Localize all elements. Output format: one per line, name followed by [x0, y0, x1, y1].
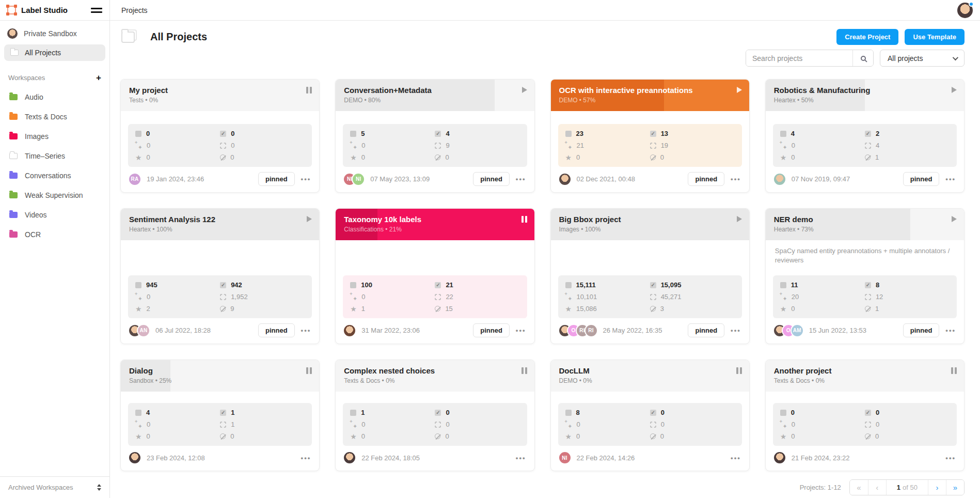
archived-workspaces[interactable]: Archived Workspaces — [0, 476, 109, 498]
stat-annotations: 1,952 — [220, 293, 305, 301]
account-avatar[interactable] — [957, 3, 973, 18]
more-options-button[interactable]: ••• — [300, 326, 312, 334]
stat-value: 1 — [875, 305, 879, 313]
stat-value: 0 — [147, 293, 150, 301]
project-card[interactable]: Big Bbox project Images • 100% 15,111 ✓1… — [550, 208, 750, 344]
workspace-list: Audio Texts & Docs Images Time–Series Co… — [0, 87, 109, 244]
first-page-button[interactable]: « — [850, 480, 868, 495]
project-card[interactable]: Another project Texts & Docs • 0% 0 ✓0 0… — [765, 360, 965, 471]
project-card-body: 5 ✓4 0 9 ★0 0 — [336, 111, 534, 167]
more-options-button[interactable]: ••• — [300, 175, 312, 183]
private-sandbox-label: Private Sandbox — [24, 29, 77, 38]
filter-select[interactable]: All projects — [880, 50, 965, 67]
search-button[interactable] — [852, 50, 873, 66]
project-card-footer: 07 Nov 2019, 09:47 pinned ••• — [766, 167, 964, 192]
hamburger-menu-icon[interactable] — [91, 6, 102, 15]
member-avatars: ORIRI — [558, 324, 598, 337]
stat-value: 0 — [230, 432, 234, 440]
project-subtitle: Texts & Docs • 0% — [774, 377, 956, 384]
more-options-button[interactable]: ••• — [730, 454, 742, 462]
project-card[interactable]: My project Tests • 0% 0 ✓0 0 0 ★0 0 RA 1… — [120, 79, 320, 193]
more-options-button[interactable]: ••• — [515, 175, 527, 183]
pinned-badge[interactable]: pinned — [473, 323, 510, 337]
pinned-badge[interactable]: pinned — [258, 323, 295, 337]
folder-icon — [9, 192, 18, 198]
sidebar-workspace-item[interactable]: Images — [0, 127, 109, 146]
stat-value: 21 — [446, 281, 453, 289]
pinned-badge[interactable]: pinned — [258, 172, 295, 186]
more-options-button[interactable]: ••• — [944, 454, 957, 462]
stat-annotations: 4 — [865, 142, 950, 149]
project-card-header: My project Tests • 0% — [121, 80, 319, 111]
stat-value: 0 — [791, 153, 795, 161]
sidebar-workspace-item[interactable]: OCR — [0, 225, 109, 244]
avatar: RI — [584, 324, 598, 337]
stat-starred: ★0 — [350, 153, 435, 161]
sidebar-workspace-item[interactable]: Texts & Docs — [0, 107, 109, 127]
project-subtitle: Classifications • 21% — [344, 226, 526, 233]
project-card[interactable]: Robotics & Manufacturing Heartex • 50% 4… — [765, 79, 965, 193]
stat-skipped: 0 — [650, 153, 735, 161]
stat-value: 21 — [577, 142, 584, 149]
more-options-button[interactable]: ••• — [515, 326, 527, 334]
search-box — [746, 50, 874, 67]
sidebar-workspace-item[interactable]: Weak Supervision — [0, 185, 109, 205]
project-card-header: Dialog Sandbox • 25% — [121, 360, 319, 392]
stat-value: 0 — [361, 153, 365, 161]
stat-annotations: 0 — [435, 421, 519, 428]
search-input[interactable] — [746, 50, 852, 66]
more-options-button[interactable]: ••• — [944, 326, 957, 334]
create-project-button[interactable]: Create Project — [836, 29, 898, 45]
use-template-button[interactable]: Use Template — [905, 29, 965, 45]
pinned-badge[interactable]: pinned — [473, 172, 510, 186]
star-icon: ★ — [350, 433, 357, 440]
more-options-button[interactable]: ••• — [515, 454, 527, 462]
avatar: RA — [128, 173, 141, 186]
stat-skipped: 0 — [435, 432, 519, 440]
play-icon — [737, 216, 742, 222]
star-icon: ★ — [565, 306, 572, 312]
last-page-button[interactable]: » — [946, 480, 964, 495]
next-page-button[interactable]: › — [928, 480, 946, 495]
pinned-badge[interactable]: pinned — [688, 323, 724, 337]
pause-icon — [306, 367, 312, 374]
sidebar-item-all-projects[interactable]: All Projects — [4, 44, 105, 61]
pause-icon — [951, 367, 957, 374]
check-icon: ✓ — [220, 131, 226, 137]
more-options-button[interactable]: ••• — [300, 454, 312, 462]
sidebar-workspace-item[interactable]: Audio — [0, 87, 109, 107]
project-card[interactable]: Conversation+Metadata DEMO • 80% 5 ✓4 0 … — [335, 79, 534, 193]
sidebar-workspace-item[interactable]: Videos — [0, 205, 109, 225]
sparkles-icon — [565, 142, 572, 149]
sidebar-item-private-sandbox[interactable]: Private Sandbox — [0, 24, 109, 43]
folder-icon — [9, 114, 18, 120]
project-card[interactable]: DocLLM DEMO • 0% 8 ✓0 0 0 ★0 0 NI 22 Feb… — [550, 360, 750, 471]
pinned-badge[interactable]: pinned — [903, 172, 940, 186]
stat-value: 0 — [792, 421, 795, 428]
project-subtitle: DEMO • 0% — [559, 377, 741, 384]
project-card[interactable]: OCR with interactive preannotations DEMO… — [550, 79, 750, 193]
project-card[interactable]: Taxonomy 10k labels Classifications • 21… — [335, 208, 534, 344]
project-card[interactable]: NER demo Heartex • 73% SpaCy named entit… — [765, 208, 965, 344]
tasks-icon — [780, 282, 786, 288]
play-icon — [952, 216, 957, 222]
check-icon: ✓ — [435, 410, 441, 416]
pinned-badge[interactable]: pinned — [903, 323, 940, 337]
frame-corners-icon — [220, 294, 226, 300]
project-card[interactable]: Complex nested choices Texts & Docs • 0%… — [335, 360, 534, 471]
sidebar-workspace-item[interactable]: Time–Series — [0, 146, 109, 166]
sidebar-workspace-item[interactable]: Conversations — [0, 166, 109, 185]
project-card[interactable]: Dialog Sandbox • 25% 4 ✓1 0 1 ★0 0 23 Fe… — [120, 360, 320, 471]
project-card[interactable]: Sentiment Analysis 122 Heartex • 100% 94… — [120, 208, 320, 344]
project-title: Dialog — [129, 366, 311, 375]
expand-collapse-icon[interactable] — [97, 484, 101, 491]
more-options-button[interactable]: ••• — [730, 175, 742, 183]
prev-page-button[interactable]: ‹ — [868, 480, 886, 495]
more-options-button[interactable]: ••• — [730, 326, 742, 334]
archived-workspaces-label: Archived Workspaces — [8, 484, 97, 491]
more-options-button[interactable]: ••• — [944, 175, 957, 183]
pinned-badge[interactable]: pinned — [688, 172, 724, 186]
stat-starred: ★0 — [780, 305, 865, 313]
add-workspace-button[interactable]: + — [96, 73, 101, 82]
avatar — [773, 451, 786, 464]
